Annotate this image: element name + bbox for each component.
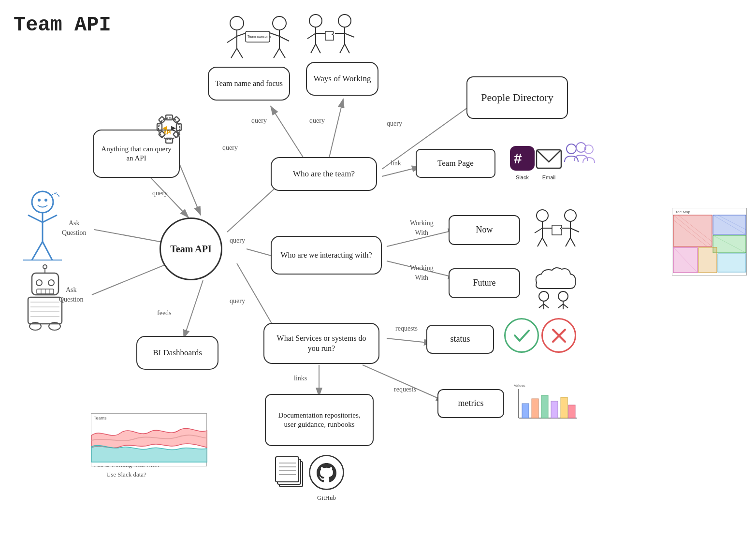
svg-line-98 <box>570 238 575 246</box>
svg-rect-114 <box>532 399 538 418</box>
svg-line-8 <box>329 99 343 159</box>
svg-line-97 <box>566 238 570 246</box>
svg-point-103 <box>558 291 568 301</box>
svg-rect-136 <box>276 457 299 482</box>
svg-line-35 <box>43 215 57 222</box>
svg-line-105 <box>558 304 563 308</box>
svg-line-102 <box>544 304 549 308</box>
svg-rect-115 <box>541 395 548 418</box>
node-now: Now <box>449 215 520 245</box>
svg-point-87 <box>537 210 548 221</box>
svg-point-30 <box>38 199 41 202</box>
node-doc-repos: Documentation repositories, user guidanc… <box>265 394 374 446</box>
bar-chart-metrics: Values <box>511 382 579 425</box>
svg-line-36 <box>32 242 43 260</box>
node-team-page: Team Page <box>416 149 495 178</box>
svg-rect-113 <box>522 404 529 418</box>
svg-text:Values: Values <box>514 383 525 388</box>
slack-label: Slack <box>509 174 536 180</box>
svg-text:Team awesome: Team awesome <box>247 35 271 38</box>
svg-point-93 <box>565 210 576 221</box>
node-future: Future <box>449 268 520 298</box>
svg-line-96 <box>570 228 579 232</box>
svg-line-92 <box>542 238 547 246</box>
github-icon: GitHub <box>308 454 345 502</box>
svg-line-34 <box>28 215 43 222</box>
svg-line-57 <box>227 36 237 43</box>
svg-line-67 <box>274 48 279 58</box>
label-query-interacting: query <box>230 237 245 245</box>
svg-line-73 <box>311 44 316 53</box>
svg-point-55 <box>230 16 244 30</box>
svg-line-66 <box>279 36 289 41</box>
svg-text:API: API <box>163 130 172 135</box>
svg-line-37 <box>43 242 52 260</box>
page-title: Team API <box>14 14 111 37</box>
label-links-docs: links <box>294 375 307 382</box>
svg-line-3 <box>184 280 203 338</box>
document-stack-icon <box>275 454 306 490</box>
label-link-team-page: link <box>391 159 401 167</box>
svg-line-101 <box>539 304 544 308</box>
svg-text:?: ? <box>55 191 57 195</box>
svg-text:#: # <box>514 150 522 166</box>
svg-text:Tree Map: Tree Map <box>674 210 690 214</box>
svg-point-63 <box>273 16 286 30</box>
github-label: GitHub <box>308 494 345 502</box>
label-query-services: query <box>230 297 245 305</box>
svg-line-79 <box>340 44 345 53</box>
status-check-icon <box>504 318 539 353</box>
svg-point-75 <box>338 14 351 27</box>
svg-rect-117 <box>561 397 567 418</box>
svg-rect-116 <box>551 401 558 418</box>
node-status: status <box>426 325 494 354</box>
node-metrics: metrics <box>437 389 504 418</box>
svg-rect-48 <box>28 297 62 324</box>
slack-icon: # Slack <box>509 145 536 180</box>
svg-line-59 <box>231 48 237 58</box>
label-requests-metrics: requests <box>394 386 416 393</box>
svg-text:Teams: Teams <box>94 416 107 420</box>
node-who-team: Who are the team? <box>271 157 377 191</box>
svg-point-41 <box>48 280 54 286</box>
svg-line-74 <box>316 44 320 53</box>
svg-rect-118 <box>568 405 575 418</box>
label-feeds: feeds <box>157 309 172 317</box>
treemap-chart: Tree Map <box>672 208 747 275</box>
email-icon: Email <box>536 145 562 180</box>
label-working-with-now: WorkingWith <box>410 218 434 237</box>
svg-point-133 <box>310 456 344 490</box>
node-team-name-focus: Team name and focus <box>208 67 290 101</box>
node-what-services: What Services or systems do you run? <box>263 323 379 364</box>
svg-line-106 <box>563 304 568 308</box>
svg-line-14 <box>363 365 445 401</box>
label-query-team-name: query <box>251 117 267 125</box>
node-bi-dashboards: BI Dashboards <box>136 336 218 370</box>
svg-rect-83 <box>537 150 561 168</box>
label-query-people: query <box>387 120 402 128</box>
svg-line-13 <box>387 338 433 343</box>
label-query-ways: query <box>309 117 325 125</box>
node-ways-of-working: Ways of Working <box>306 62 378 96</box>
svg-point-29 <box>32 191 53 213</box>
svg-line-7 <box>271 106 305 159</box>
email-label: Email <box>536 174 562 180</box>
svg-point-40 <box>36 280 42 286</box>
svg-line-89 <box>535 228 542 233</box>
svg-rect-22 <box>159 116 165 123</box>
svg-point-99 <box>539 291 549 301</box>
puzzle-people-now <box>527 208 585 253</box>
label-query-anything: query <box>152 189 168 197</box>
label-requests-status: requests <box>395 325 418 333</box>
svg-line-91 <box>538 238 542 246</box>
label-working-with-future: WorkingWith <box>410 263 434 282</box>
robot-figure <box>18 271 72 340</box>
node-who-interacting: Who are we interacting with? <box>271 236 382 275</box>
svg-point-69 <box>309 14 322 27</box>
ways-stick-figures <box>299 12 362 60</box>
svg-point-84 <box>567 144 576 154</box>
svg-line-58 <box>237 33 247 36</box>
future-figures <box>527 263 590 314</box>
api-gear-icon: ◄ ► API <box>147 105 191 151</box>
node-team-api: Team API <box>160 217 222 280</box>
